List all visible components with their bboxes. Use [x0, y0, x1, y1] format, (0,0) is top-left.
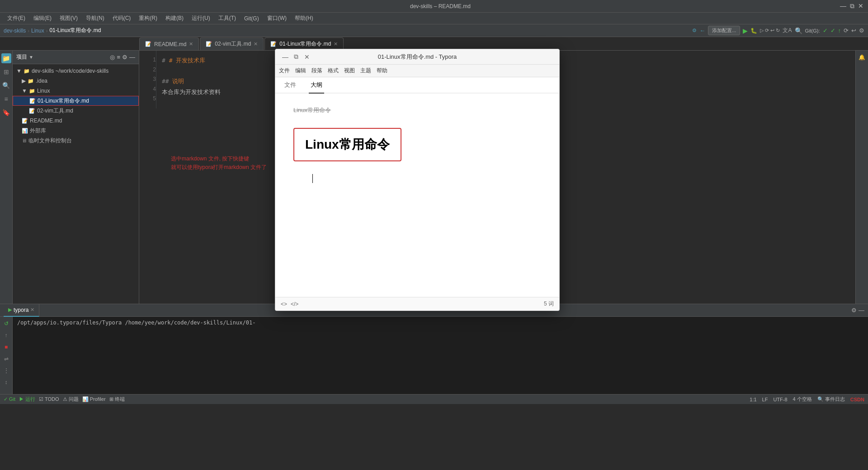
maximize-btn[interactable]: ⧉ — [850, 2, 854, 10]
indent-spaces[interactable]: 4 个空格 — [793, 396, 812, 403]
tree-root[interactable]: ▼ 📁 dev-skills ~/work/code/dev-skills — [13, 66, 139, 76]
typora-tab-outline[interactable]: 大纲 — [309, 81, 324, 94]
settings-icon[interactable]: ⚙ — [859, 27, 864, 34]
typora-minimize[interactable]: — — [281, 52, 290, 61]
breadcrumb-file[interactable]: 01-Linux常用命令.md — [49, 27, 101, 34]
vcs-icon[interactable]: ⚙ — [692, 28, 697, 33]
panel-dropdown-icon[interactable]: ▼ — [29, 55, 33, 60]
typora-menu-edit[interactable]: 编辑 — [295, 67, 306, 75]
tab-vim-close[interactable]: ✕ — [254, 41, 258, 47]
git-status-icon[interactable]: ✓ Git — [4, 396, 15, 402]
typora-tab-file[interactable]: 文件 — [283, 81, 298, 94]
project-icon[interactable]: 📁 — [1, 53, 11, 63]
git-check2-icon[interactable]: ✓ — [830, 27, 835, 34]
bottom-tab-run[interactable]: ▶ typora ✕ — [4, 304, 39, 317]
panel-settings-icon[interactable]: ⚙ — [122, 54, 127, 61]
wrap-icon[interactable]: ⇌ — [1, 354, 11, 364]
problems-status-icon[interactable]: ⚠ 问题 — [63, 396, 79, 403]
panel-locate-icon[interactable]: ◎ — [110, 54, 115, 61]
add-config-btn[interactable]: 添加配置... — [708, 26, 740, 35]
typora-menu-para[interactable]: 段落 — [311, 67, 322, 75]
tree-idea[interactable]: ▶ 📁 .idea — [13, 76, 139, 86]
profiler-status-label[interactable]: 📊 Profiler — [82, 396, 106, 402]
git-check-icon[interactable]: ✓ — [823, 27, 828, 34]
back-btn[interactable]: ← — [699, 27, 705, 34]
find-icon[interactable]: 🔍 — [1, 80, 11, 90]
restart-icon[interactable]: ↺ — [1, 319, 11, 329]
bookmark-icon[interactable]: 🔖 — [1, 108, 11, 118]
typora-menu-view[interactable]: 视图 — [344, 67, 355, 75]
git-arrow-icon[interactable]: ↑ — [838, 27, 841, 34]
bottom-close-icon[interactable]: — — [859, 307, 864, 314]
typora-maximize[interactable]: ⧉ — [292, 52, 301, 61]
typora-menu-format[interactable]: 格式 — [328, 67, 339, 75]
collapse-icon[interactable]: ↕ — [1, 377, 11, 387]
file-panel: 项目 ▼ ◎ ≡ ⚙ — ▼ 📁 dev-skills ~/work/code/… — [13, 51, 139, 304]
vcs-sidebar-icon[interactable]: ⊞ — [1, 67, 11, 77]
menu-file[interactable]: 文件(E) — [4, 14, 29, 23]
bottom-settings-icon[interactable]: ⚙ — [851, 307, 857, 314]
menu-window[interactable]: 窗口(W) — [264, 14, 290, 23]
menu-tools[interactable]: 工具(T) — [215, 14, 240, 23]
typora-menu-help[interactable]: 帮助 — [377, 67, 387, 75]
bottom-tab-run-close[interactable]: ✕ — [30, 307, 34, 313]
typora-menu-theme[interactable]: 主题 — [360, 67, 371, 75]
structure-icon[interactable]: ≡ — [1, 94, 11, 104]
tab-linux[interactable]: 📝 01-Linux常用命令.md ✕ — [264, 38, 344, 50]
menu-run[interactable]: 运行(U) — [188, 14, 214, 23]
tab-vim[interactable]: 📝 02-vim工具.md ✕ — [200, 38, 264, 50]
tree-linux-folder[interactable]: ▼ 📁 Linux — [13, 86, 139, 96]
breadcrumb-root[interactable]: dev-skills — [4, 28, 26, 34]
panel-collapse-icon[interactable]: ≡ — [117, 54, 120, 61]
menu-refactor[interactable]: 重构(R) — [135, 14, 161, 23]
run-icon[interactable]: ▶ — [743, 27, 748, 34]
tree-linux-cmd-file[interactable]: 📝 01-Linux常用命令.md — [13, 96, 139, 106]
window-controls[interactable]: — ⧉ ✕ — [840, 2, 863, 10]
line-ending[interactable]: LF — [762, 397, 768, 402]
tree-vim-label: 02-vim工具.md — [37, 107, 73, 115]
stop-icon[interactable]: ■ — [1, 342, 11, 352]
close-btn[interactable]: ✕ — [858, 2, 863, 10]
menu-git[interactable]: Git(G) — [241, 14, 263, 23]
scroll-up-icon[interactable]: ↑ — [1, 330, 11, 340]
typora-close[interactable]: ✕ — [302, 52, 311, 61]
cursor-position[interactable]: 1:1 — [750, 397, 756, 402]
breadcrumb-dir[interactable]: Linux — [31, 28, 44, 34]
encoding[interactable]: UTF-8 — [773, 397, 787, 402]
tab-readme[interactable]: 📝 README.md ✕ — [139, 38, 199, 50]
git-undo-icon[interactable]: ↩ — [851, 27, 856, 34]
todo-status-icon[interactable]: ☑ TODO — [39, 396, 59, 402]
git-history-icon[interactable]: ⟳ — [844, 27, 849, 34]
right-notifications[interactable]: 🔔 — [857, 52, 867, 62]
typora-win-controls[interactable]: — ⧉ ✕ — [281, 52, 311, 61]
tab-linux-close[interactable]: ✕ — [334, 41, 338, 47]
git-label: Git(G): — [805, 28, 820, 33]
menu-code[interactable]: 代码(C) — [109, 14, 135, 23]
csdn-icon[interactable]: CSDN — [850, 397, 864, 402]
menu-navigate[interactable]: 导航(N) — [82, 14, 108, 23]
debug-icon[interactable]: 🐛 — [750, 28, 757, 34]
tree-readme-file[interactable]: 📝 README.md — [13, 116, 139, 126]
tree-external-lib[interactable]: 📊 外部库 — [13, 126, 139, 136]
panel-close-icon[interactable]: — — [129, 54, 135, 61]
search-toolbar-icon[interactable]: 🔍 — [795, 27, 802, 34]
typora-code-icon[interactable]: <> — [281, 301, 287, 307]
tree-vim-icon: 📝 — [29, 108, 35, 114]
menu-edit[interactable]: 编辑(E) — [30, 14, 55, 23]
tree-temp-files[interactable]: 🖥 临时文件和控制台 — [13, 136, 139, 146]
menu-build[interactable]: 构建(B) — [162, 14, 187, 23]
typora-title: 01-Linux常用命令.md - Typora — [311, 53, 523, 61]
menu-view[interactable]: 视图(V) — [56, 14, 81, 23]
typora-source-icon[interactable]: </> — [291, 301, 298, 307]
typora-content[interactable]: Linux常用命令 Linux常用命令 — [275, 94, 559, 297]
more-icon[interactable]: ⋮ — [1, 366, 11, 376]
run-status-icon[interactable]: ▶ 运行 — [19, 396, 35, 403]
minimize-btn[interactable]: — — [840, 2, 846, 10]
terminal-status-icon[interactable]: ⊞ 终端 — [109, 396, 125, 403]
typora-menu-file[interactable]: 文件 — [279, 67, 290, 75]
translate-icon[interactable]: 文A — [783, 27, 792, 34]
tab-readme-close[interactable]: ✕ — [189, 41, 193, 47]
menu-help[interactable]: 帮助(H) — [291, 14, 317, 23]
tree-vim-file[interactable]: 📝 02-vim工具.md — [13, 106, 139, 116]
event-log-icon[interactable]: 🔍 事件日志 — [817, 396, 845, 403]
